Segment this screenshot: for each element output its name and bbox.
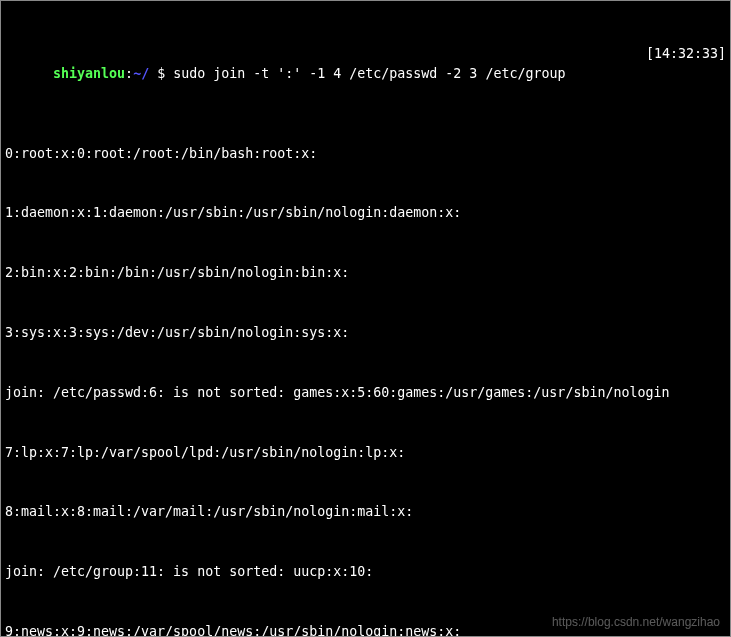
output-line: 0:root:x:0:root:/root:/bin/bash:root:x:	[5, 144, 726, 164]
watermark-text: https://blog.csdn.net/wangzihao	[552, 613, 720, 631]
command-prompt-line: shiyanlou:~/ $ sudo join -t ':' -1 4 /et…	[5, 44, 726, 104]
output-line: 7:lp:x:7:lp:/var/spool/lpd:/usr/sbin/nol…	[5, 443, 726, 463]
output-line: join: /etc/passwd:6: is not sorted: game…	[5, 383, 726, 403]
timestamp-first: [14:32:33]	[636, 44, 726, 64]
terminal-window[interactable]: shiyanlou:~/ $ sudo join -t ':' -1 4 /et…	[5, 4, 726, 637]
prompt-dollar: $	[149, 66, 173, 81]
output-line: 1:daemon:x:1:daemon:/usr/sbin:/usr/sbin/…	[5, 203, 726, 223]
prompt-path: ~/	[133, 66, 149, 81]
prompt-user-host: shiyanlou	[53, 66, 125, 81]
prompt-colon: :	[125, 66, 133, 81]
output-line: 8:mail:x:8:mail:/var/mail:/usr/sbin/nolo…	[5, 502, 726, 522]
command-text: sudo join -t ':' -1 4 /etc/passwd -2 3 /…	[173, 66, 565, 81]
output-line: 3:sys:x:3:sys:/dev:/usr/sbin/nologin:sys…	[5, 323, 726, 343]
output-line: 2:bin:x:2:bin:/bin:/usr/sbin/nologin:bin…	[5, 263, 726, 283]
output-line: join: /etc/group:11: is not sorted: uucp…	[5, 562, 726, 582]
